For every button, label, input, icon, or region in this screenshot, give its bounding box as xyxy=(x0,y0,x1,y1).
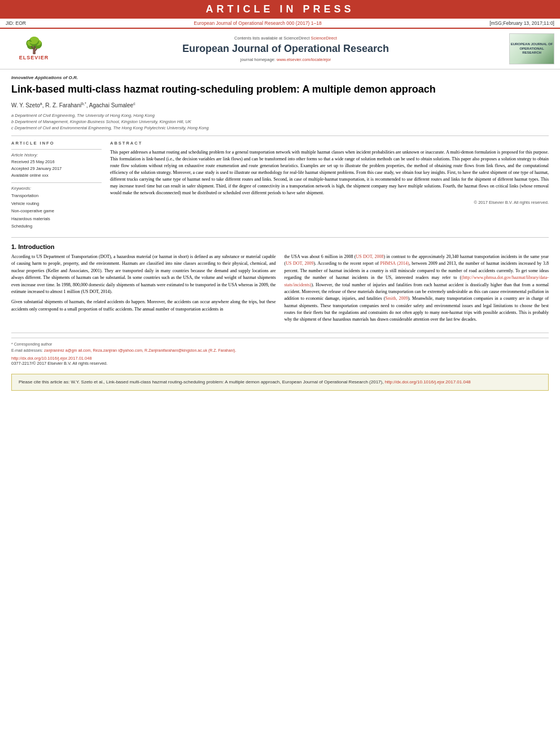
article-content: Innovative Applications of O.R. Link-bas… xyxy=(0,69,560,396)
article-info-column: ARTICLE INFO Article history: Received 2… xyxy=(11,141,102,230)
sciencedirect-note: Contents lists available at ScienceDirec… xyxy=(68,36,504,41)
introduction-section: 1. Introduction According to US Departme… xyxy=(11,243,549,327)
divider-2 xyxy=(11,237,549,238)
journal-header: 🌳 ELSEVIER Contents lists available at S… xyxy=(0,28,560,69)
ref-usdot2008[interactable]: US DOT, 2008 xyxy=(356,254,383,259)
keyword-4: Hazardous materials xyxy=(11,215,102,223)
email-links[interactable]: zanjiranirez a@gm ail.com, Reza.zanjiran… xyxy=(44,348,236,352)
copyright-notice: © 2017 Elsevier B.V. All rights reserved… xyxy=(110,200,549,205)
affiliation-b: b Department of Management, Kingston Bus… xyxy=(11,119,549,125)
article-title: Link-based multi-class hazmat routing-sc… xyxy=(11,83,549,96)
author-a: W. Y. Szeto xyxy=(11,103,40,109)
keywords-list: Transportation Vehicle routing Non-coope… xyxy=(11,192,102,230)
ref-usdot2009[interactable]: US DOT, 2009 xyxy=(286,261,313,266)
history-label: Article history: xyxy=(11,152,102,158)
section-label: Innovative Applications of O.R. xyxy=(11,75,549,80)
issn-text: 0377-2217/© 2017 Elsevier B.V. All right… xyxy=(11,361,549,366)
authors-line: W. Y. Szetoa, R. Z. Farahanib,*, Agachai… xyxy=(11,102,549,108)
jid-label: JID: EOR xyxy=(6,20,26,26)
citation-doi-link[interactable]: http://dx.doi.org/10.1016/j.ejor.2017.01… xyxy=(385,379,471,385)
journal-center: Contents lists available at ScienceDirec… xyxy=(68,36,504,63)
affiliation-c: c Department of Civil and Environmental … xyxy=(11,125,549,131)
intro-number: 1. xyxy=(11,243,16,250)
divider-3 xyxy=(11,333,549,333)
elsevier-brand-text: ELSEVIER xyxy=(19,55,49,60)
intro-body: According to US Department of Transporta… xyxy=(11,254,549,327)
author-b-sup: b,* xyxy=(81,102,86,106)
article-history-block: Article history: Received 25 May 2016 Ac… xyxy=(11,149,102,179)
author-c-sup: c xyxy=(133,102,135,106)
journal-logo-text: EUROPEAN JOURNAL OF OPERATIONAL RESEARCH xyxy=(510,42,554,55)
abstract-text: This paper addresses a hazmat routing an… xyxy=(110,149,549,196)
elsevier-tree-icon: 🌳 xyxy=(24,38,44,54)
footnote-section: * Corresponding author E-mail addresses:… xyxy=(11,338,549,353)
author-c: Agachai Sumalee xyxy=(89,103,133,109)
elsevier-logo: 🌳 ELSEVIER xyxy=(6,38,62,60)
intro-title: Introduction xyxy=(18,243,54,250)
intro-col-right: the USA was about 6 million in 2008 (US … xyxy=(285,254,549,327)
msg-label: [mSG;February 13, 2017;11:0] xyxy=(489,20,554,26)
sciencedirect-link[interactable]: ScienceDirect xyxy=(311,36,337,41)
journal-logo-right: EUROPEAN JOURNAL OF OPERATIONAL RESEARCH xyxy=(509,33,554,64)
keyword-1: Transportation xyxy=(11,192,102,200)
abstract-title: ABSTRACT xyxy=(110,141,549,146)
article-in-press-banner: ARTICLE IN PRESS xyxy=(0,0,560,19)
keyword-5: Scheduling xyxy=(11,222,102,230)
keyword-2: Vehicle routing xyxy=(11,200,102,208)
intro-para-3: the USA was about 6 million in 2008 (US … xyxy=(285,254,549,324)
keywords-section: Keywords: Transportation Vehicle routing… xyxy=(11,182,102,230)
author-a-sup: a xyxy=(40,102,42,106)
corresponding-author-label: * Corresponding author xyxy=(11,341,549,347)
intro-para-1: According to US Department of Transporta… xyxy=(11,254,276,295)
divider-1 xyxy=(11,136,549,136)
article-info-abstract: ARTICLE INFO Article history: Received 2… xyxy=(11,141,549,230)
article-dates: Received 25 May 2016 Accepted 29 January… xyxy=(11,159,102,179)
abstract-column: ABSTRACT This paper addresses a hazmat r… xyxy=(110,141,549,230)
keywords-label: Keywords: xyxy=(11,186,102,191)
journal-title: European Journal of Operational Research xyxy=(68,43,504,55)
intro-section-header: 1. Introduction xyxy=(11,243,549,250)
affiliations: a Department of Civil Engineering, The U… xyxy=(11,112,549,132)
accepted-date: Accepted 29 January 2017 xyxy=(11,165,102,172)
received-date: Received 25 May 2016 xyxy=(11,159,102,165)
email-addresses: E-mail addresses: zanjiranirez a@gm ail.… xyxy=(11,347,549,353)
affiliation-a: a Department of Civil Engineering, The U… xyxy=(11,112,549,119)
hazmat-url-link[interactable]: (http://www.phmsa.dot.gov/hazmat/library… xyxy=(285,275,549,287)
journal-homepage: journal homepage: www.elsevier.com/locat… xyxy=(68,57,504,62)
author-b: R. Z. Farahani xyxy=(45,103,81,109)
article-info-title: ARTICLE INFO xyxy=(11,141,102,146)
ref-smith2009[interactable]: Smith, 2009 xyxy=(385,296,408,301)
intro-col-left: According to US Department of Transporta… xyxy=(11,254,276,327)
journal-homepage-link[interactable]: www.elsevier.com/locate/ejor xyxy=(277,57,331,62)
doi-section: http://dx.doi.org/10.1016/j.ejor.2017.01… xyxy=(11,353,549,368)
keyword-3: Non-cooperative game xyxy=(11,207,102,215)
intro-para-2: Given substantial shipments of hazmats, … xyxy=(11,299,276,313)
citation-bar: Please cite this article as: W.Y. Szeto … xyxy=(11,374,549,391)
top-meta: JID: EOR European Journal of Operational… xyxy=(0,19,560,28)
available-online: Available online xxx xyxy=(11,172,102,179)
citation-text: Please cite this article as: W.Y. Szeto … xyxy=(19,379,383,385)
ref-phmsa2014[interactable]: PHMSA (2014) xyxy=(380,261,409,266)
journal-citation-link[interactable]: European Journal of Operational Research… xyxy=(194,20,321,26)
doi-link[interactable]: http://dx.doi.org/10.1016/j.ejor.2017.01… xyxy=(11,356,92,361)
